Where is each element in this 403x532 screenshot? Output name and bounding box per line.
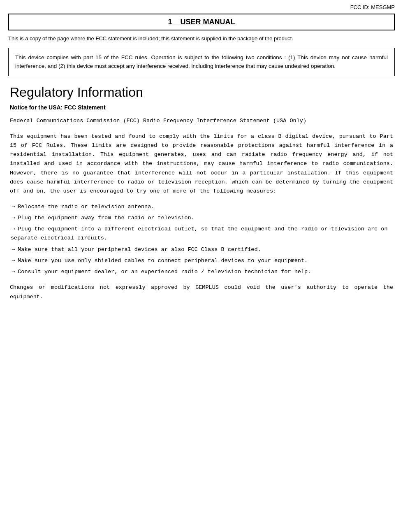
list-item: Plug the equipment away from the radio o… xyxy=(10,213,393,223)
measures-list: Relocate the radio or television antenna… xyxy=(10,202,393,277)
regulatory-section: Regulatory Information Notice for the US… xyxy=(8,84,395,302)
changes-paragraph: Changes or modifications not expressly a… xyxy=(10,283,393,302)
section-label: USER MANUAL xyxy=(181,18,235,26)
intro-text: This is a copy of the page where the FCC… xyxy=(8,35,395,43)
notice-heading: Notice for the USA: FCC Statement xyxy=(10,104,393,111)
fcc-compliance-box: This device complies with part 15 of the… xyxy=(8,48,395,76)
fcc-body-paragraph: This equipment has been tested and found… xyxy=(10,132,393,196)
fcc-statement-title: Federal Communications Commission (FCC) … xyxy=(10,116,393,125)
list-item: Plug the equipment into a different elec… xyxy=(10,224,393,243)
list-item: Relocate the radio or television antenna… xyxy=(10,202,393,211)
fcc-id-header: FCC ID: MESGMP xyxy=(8,4,395,10)
section-number: 1 xyxy=(168,18,172,26)
regulatory-title: Regulatory Information xyxy=(10,84,393,100)
section-title: 1 USER MANUAL xyxy=(8,14,395,30)
list-item: Consult your equipment dealer, or an exp… xyxy=(10,267,393,276)
list-item: Make sure that all your peripheral devic… xyxy=(10,245,393,254)
list-item: Make sure you use only shielded cables t… xyxy=(10,256,393,265)
